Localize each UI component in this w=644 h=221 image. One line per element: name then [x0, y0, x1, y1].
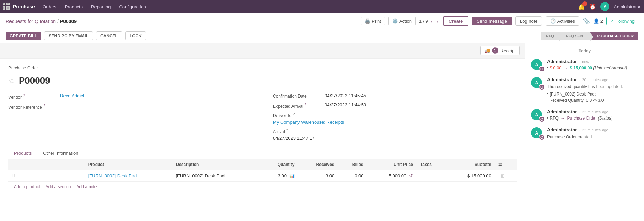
msg-avatar-overlay-4: O [539, 134, 545, 140]
receipt-count: 1 [492, 47, 498, 54]
pager-next[interactable]: › [435, 18, 440, 25]
msg-time-1: · [579, 60, 580, 64]
expected-arrival-label: Expected Arrival ? [273, 102, 322, 109]
msg-time-3: · [579, 110, 580, 114]
send-message-button[interactable]: Send message [472, 17, 512, 25]
status-rfq[interactable]: RFQ [541, 32, 559, 40]
msg-avatar-wrapper-3: A O [531, 109, 544, 122]
msg-sub-item-2: • [FURN_0002] Desk Pad: Received Quantit… [547, 91, 638, 104]
add-note-link[interactable]: Add a note [76, 184, 97, 189]
nav-products[interactable]: Products [61, 3, 86, 11]
arrival-date-value[interactable]: 04/27/2023 11:47:17 [273, 136, 517, 141]
delete-row-icon[interactable]: 🗑 [500, 173, 505, 178]
msg-time-4: · [579, 128, 580, 132]
expected-arrival-field: Expected Arrival ? 04/27/2023 11:44:59 [273, 102, 517, 109]
message-4: A O Administrator · 22 minutes ago Purch… [531, 127, 638, 140]
deliver-to-value[interactable]: My Company Warehouse: Receipts [273, 120, 517, 125]
breadcrumb-current: P00009 [60, 18, 77, 24]
msg-time-4-val: 22 minutes ago [582, 128, 608, 132]
activities-button[interactable]: 🕐 Activities [546, 16, 579, 26]
truck-icon: 🚚 [484, 48, 490, 53]
msg-change-1: • $ 0.00 → $ 15,000.00 (Untaxed Amount) [547, 66, 638, 70]
form-section-label: Purchase Order [8, 66, 517, 70]
product-link[interactable]: [FURN_0002] Desk Pad [88, 173, 137, 178]
msg-status-3: • RFQ → Purchase Order (Status) [547, 116, 638, 121]
send-po-button[interactable]: SEND PO BY EMAIL [44, 31, 93, 40]
cancel-button[interactable]: CANCEL [96, 31, 122, 40]
unit-price-cell: 5,000.00 ↺ [367, 170, 416, 182]
msg-author-3: Administrator [547, 109, 577, 114]
description-cell: [FURN_0002] Desk Pad [172, 170, 260, 182]
log-note-button[interactable]: Log note [515, 16, 542, 26]
person-icon: 👤 [593, 18, 599, 24]
app-logo[interactable]: Purchase [3, 3, 35, 10]
vendor-value[interactable]: Deco Addict [60, 93, 84, 98]
msg-author-2: Administrator [547, 77, 577, 82]
expected-arrival-value[interactable]: 04/27/2023 11:44:59 [325, 102, 366, 107]
grid-icon [3, 3, 10, 10]
pager-prev[interactable]: ‹ [429, 18, 434, 25]
msg-header-3: Administrator · 22 minutes ago [547, 109, 638, 114]
msg-content-1: Administrator · now • $ 0.00 → $ 15,000.… [547, 59, 638, 71]
received-cell: 3.00 [298, 170, 338, 182]
add-product-link[interactable]: Add a product [14, 184, 40, 189]
lock-button[interactable]: LOCK [125, 31, 146, 40]
form-body: Purchase Order ☆ P00009 Vendor ? Deco Ad… [0, 59, 525, 199]
confirmation-date-field: Confirmation Date 04/27/2023 11:45:45 [273, 93, 517, 99]
notification-bell[interactable]: 🔔 1 [578, 3, 585, 10]
status-purchase-order[interactable]: PURCHASE ORDER [590, 32, 638, 40]
col-header-received: Received [298, 159, 338, 170]
print-button[interactable]: 🖨️ Print [361, 17, 385, 25]
top-navigation: Purchase Orders Products Reporting Confi… [0, 0, 644, 13]
nav-reporting[interactable]: Reporting [88, 3, 114, 11]
printer-icon: 🖨️ [365, 18, 370, 24]
tab-other-info[interactable]: Other Information [37, 148, 84, 159]
clock-icon[interactable]: ⏰ [589, 3, 596, 10]
col-header-taxes: Taxes [417, 159, 446, 170]
notif-count: 1 [582, 1, 587, 6]
msg-time-1-val: now [582, 60, 589, 64]
taxes-cell [417, 170, 446, 182]
add-section-link[interactable]: Add a section [46, 184, 71, 189]
create-button[interactable]: Create [443, 16, 468, 26]
attachment-icon[interactable]: 📎 [583, 18, 590, 24]
favorite-star-icon[interactable]: ☆ [8, 76, 15, 85]
column-settings-icon[interactable]: ⇄ [498, 162, 502, 167]
confirmation-date-value[interactable]: 04/27/2023 11:45:45 [325, 93, 366, 98]
check-icon: ✓ [610, 18, 614, 24]
tab-products[interactable]: Products [8, 148, 37, 159]
breadcrumb-rfq-link[interactable]: Requests for Quotation [6, 18, 56, 24]
form-area: 🚚 1 Receipt Purchase Order ☆ P00009 Vend… [0, 43, 525, 221]
form-right-fields: Confirmation Date 04/27/2023 11:45:45 Ex… [273, 93, 517, 141]
create-bill-button[interactable]: CREATE BILL [6, 32, 41, 40]
col-header-billed: Billed [338, 159, 367, 170]
main-content: 🚚 1 Receipt Purchase Order ☆ P00009 Vend… [0, 43, 644, 221]
arrival-block: Arrival ? 04/27/2023 11:47:17 [273, 128, 517, 141]
drag-handle-cell: ⠿ [8, 170, 85, 182]
chart-icon[interactable]: 📊 [289, 174, 295, 178]
drag-handle-icon[interactable]: ⠿ [12, 173, 15, 178]
user-avatar[interactable]: A [600, 2, 609, 11]
status-rfq-sent[interactable]: RFQ SENT [559, 32, 590, 40]
following-button[interactable]: ✓ Following [606, 17, 638, 25]
action-button[interactable]: ⚙️ Action [388, 17, 416, 25]
reset-price-icon[interactable]: ↺ [409, 173, 413, 178]
breadcrumb-separator: / [57, 18, 59, 24]
msg-header-2: Administrator · 20 minutes ago [547, 77, 638, 82]
user-name[interactable]: Administrator [614, 4, 641, 9]
receipt-button[interactable]: 🚚 1 Receipt [480, 46, 520, 55]
nav-orders[interactable]: Orders [39, 3, 60, 11]
msg-header-4: Administrator · 22 minutes ago [547, 127, 638, 132]
msg-content-4: Administrator · 22 minutes ago Purchase … [547, 127, 638, 140]
row-delete-cell: 🗑 [495, 170, 517, 182]
message-2: A O Administrator · 20 minutes ago The r… [531, 77, 638, 104]
form-title-row: ☆ P00009 [8, 75, 517, 86]
table-footer: Add a product Add a section Add a note [8, 182, 517, 192]
deliver-to-label: Deliver To ? [273, 112, 517, 118]
nav-configuration[interactable]: Configuration [115, 3, 149, 11]
tabs-bar: Products Other Information [8, 148, 517, 159]
sub-header: Requests for Quotation / P00009 🖨️ Print… [0, 13, 644, 29]
vendor-ref-label: Vendor Reference ? [8, 103, 57, 110]
confirmation-date-label: Confirmation Date [273, 93, 322, 99]
msg-body-4: Purchase Order created [547, 134, 638, 140]
